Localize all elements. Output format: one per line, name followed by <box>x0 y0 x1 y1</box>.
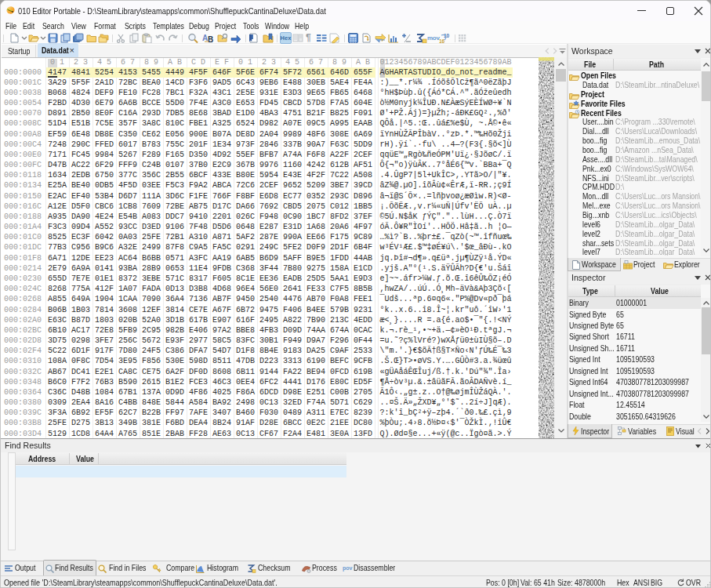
svg-text:16: 16 <box>439 38 445 44</box>
svg-text:B: B <box>208 35 213 44</box>
